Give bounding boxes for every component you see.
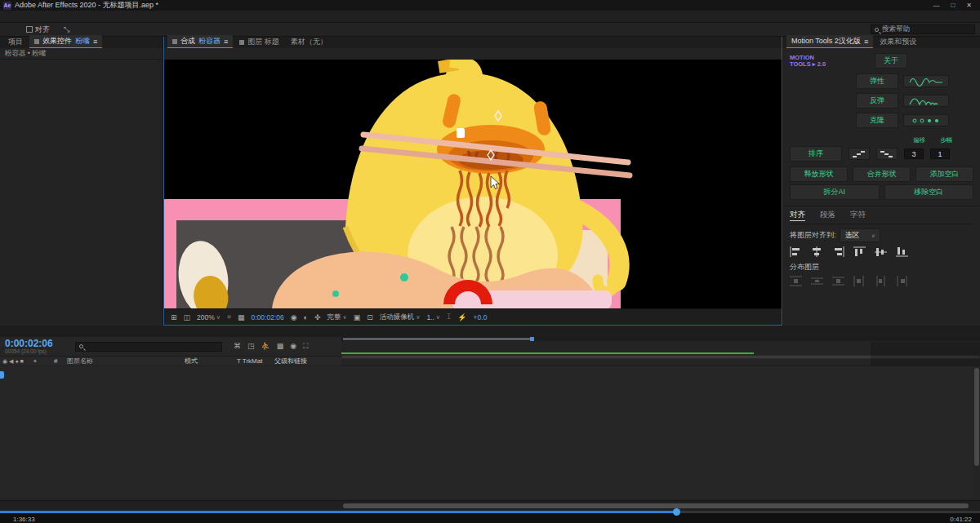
sort-offset-input[interactable]: 3 [904, 148, 924, 159]
align-toggle-label: 对齐 [35, 24, 50, 35]
maximize-button[interactable]: □ [951, 2, 955, 9]
camera-dropdown[interactable]: 活动摄像机∨ [380, 312, 421, 322]
align-center-v-icon[interactable] [875, 246, 887, 257]
panel-menu-icon[interactable]: ≡ [224, 38, 228, 46]
player-progress-handle[interactable] [673, 508, 680, 516]
show-snapshot-icon[interactable]: ◐ [304, 313, 308, 321]
column-trkmat[interactable]: T TrkMat [237, 357, 274, 365]
transparency-grid-icon[interactable]: ⊡ [367, 313, 373, 321]
viewer-timecode[interactable]: 0:00:02:06 [252, 313, 284, 321]
distribute-hcenter-icon[interactable] [875, 276, 887, 286]
distribute-vcenter-icon[interactable] [811, 276, 823, 286]
fast-preview-icon[interactable]: ⚡ [457, 313, 466, 321]
tab-effects-presets[interactable]: 效果和预设 [875, 36, 921, 48]
sort-stride-input[interactable]: 1 [930, 148, 950, 159]
hide-shy-icon[interactable]: ⛹ [261, 342, 270, 351]
timeline-bottom-scrollbar[interactable] [0, 500, 980, 511]
composition-viewport[interactable] [164, 60, 782, 308]
minimize-button[interactable]: — [933, 2, 939, 9]
graph-editor-icon[interactable]: ⛶ [303, 342, 308, 351]
align-top-icon[interactable] [853, 246, 866, 257]
distribute-top-icon[interactable] [790, 276, 802, 286]
align-panel: 对齐 段落 字符 将图层对齐到: 选区∨ 分布图层 [783, 206, 980, 326]
frame-blending-icon[interactable]: ▩ [277, 342, 284, 351]
elastic-curve-icon[interactable] [903, 75, 949, 87]
clone-button[interactable]: 克隆 [856, 113, 898, 128]
tab-align[interactable]: 对齐 [790, 210, 805, 221]
sort-down-icon[interactable] [876, 148, 898, 160]
timeline-panel: 0:00:02:06 00054 (24.00 fps) ⌘ ◳ ⛹ ▩ ◉ ⛶ [0, 337, 980, 500]
sort-button[interactable]: 排序 [790, 146, 842, 162]
time-ruler[interactable] [341, 337, 980, 366]
release-shapes-button[interactable]: 释放形状 [790, 166, 848, 182]
sort-up-icon[interactable] [849, 148, 870, 160]
distribute-bottom-icon[interactable] [832, 276, 844, 286]
tab-footage[interactable]: 素材（无） [286, 36, 332, 48]
video-player-bar: 1:36:33 0:41:22 [0, 511, 980, 523]
column-parent[interactable]: 父级和链接 [274, 357, 341, 366]
align-right-icon[interactable] [832, 246, 844, 257]
player-progress-track[interactable] [0, 511, 980, 513]
merge-shapes-button[interactable]: 合并形状 [853, 166, 911, 182]
column-mode[interactable]: 模式 [185, 357, 237, 366]
tab-character[interactable]: 字符 [850, 210, 866, 221]
about-button[interactable]: 关于 [875, 53, 907, 69]
distribute-left-icon[interactable] [853, 276, 866, 286]
close-button[interactable]: ✕ [966, 2, 972, 9]
panel-menu-icon[interactable]: ≡ [93, 38, 97, 46]
align-checkbox[interactable] [26, 26, 33, 33]
current-time-display[interactable]: 0:00:02:06 00054 (24.00 fps) [0, 339, 75, 354]
align-bottom-icon[interactable] [896, 246, 908, 257]
channel-icon[interactable]: ◫ [184, 313, 191, 321]
app-logo-icon: Ae [3, 2, 11, 10]
clone-dots-icon[interactable] [903, 114, 949, 126]
add-blank-button[interactable]: 添加空白 [915, 166, 973, 182]
align-left-icon[interactable] [790, 246, 802, 257]
title-bar: Ae Adobe After Effects 2020 - 无标题项目.aep … [0, 0, 980, 11]
tab-composition[interactable]: 合成 粉容器 ≡ [167, 35, 233, 48]
layer-search-input[interactable] [75, 342, 222, 352]
timeline-v-scrollbar[interactable] [973, 366, 980, 500]
menu-bar [0, 11, 980, 23]
split-ai-button[interactable]: 拆分AI [790, 184, 880, 200]
align-center-h-icon[interactable] [811, 246, 823, 257]
channels-icon[interactable]: ✜ [314, 313, 321, 321]
timeline-h-scrollbar[interactable] [341, 337, 980, 341]
bounce-button[interactable]: 反弹 [856, 93, 898, 109]
distribute-label: 分布图层 [790, 262, 973, 273]
exposure-value[interactable]: +0.0 [474, 313, 488, 321]
tab-effect-controls[interactable]: 效果控件 粉嘴 ≡ [29, 35, 102, 48]
snapshot-icon[interactable]: ⊞ [171, 313, 177, 321]
distribute-right-icon[interactable] [896, 276, 908, 286]
tab-project[interactable]: 项目 [3, 36, 28, 48]
help-search-input[interactable]: 搜索帮助 [871, 24, 975, 34]
effect-controls-subtitle: 粉容器 • 粉嘴 [0, 48, 163, 60]
motion-blur-icon[interactable]: ◉ [290, 342, 296, 351]
resolution-dropdown[interactable]: 完整∨ [327, 312, 347, 322]
mask-visibility-icon[interactable]: ▦ [238, 313, 245, 321]
grid-guides-icon[interactable]: ⌗ [227, 312, 231, 321]
magnification-dropdown[interactable]: 200%∨ [197, 313, 220, 321]
pixel-aspect-icon[interactable]: ⌶ [447, 312, 451, 321]
workspace-expand-icon[interactable]: ⤡ [64, 25, 69, 34]
bounce-curve-icon[interactable] [903, 95, 949, 107]
column-layer-name[interactable]: 图层名称 [67, 357, 185, 366]
draft-3d-icon[interactable]: ◳ [247, 342, 255, 351]
tab-paragraph[interactable]: 段落 [820, 210, 835, 221]
elastic-button[interactable]: 弹性 [856, 73, 898, 89]
anchor-grid[interactable] [790, 73, 848, 131]
roi-icon[interactable]: ▣ [354, 313, 361, 321]
remove-blank-button[interactable]: 移除空白 [884, 184, 974, 200]
effect-controls-panel: 项目 效果控件 粉嘴 ≡ 粉容器 • 粉嘴 [0, 37, 163, 326]
offset-label: 偏移 [913, 136, 925, 144]
take-snapshot-icon[interactable]: ◉ [291, 313, 297, 321]
tab-motion-tools[interactable]: Motion Tools 2汉化版≡ [786, 35, 873, 48]
tab-layer[interactable]: 图层 标题 [234, 36, 284, 48]
breadcrumb [164, 48, 782, 60]
panel-menu-icon[interactable]: ≡ [864, 38, 868, 46]
view-layout-dropdown[interactable]: 1..∨ [426, 313, 440, 321]
motion-tools-logo: MOTION TOOLS ▸ 2.0 [790, 55, 826, 68]
align-to-dropdown[interactable]: 选区∨ [840, 228, 881, 242]
player-elapsed-time: 1:36:33 [13, 516, 35, 523]
composition-flowchart-icon[interactable]: ⌘ [234, 342, 241, 351]
